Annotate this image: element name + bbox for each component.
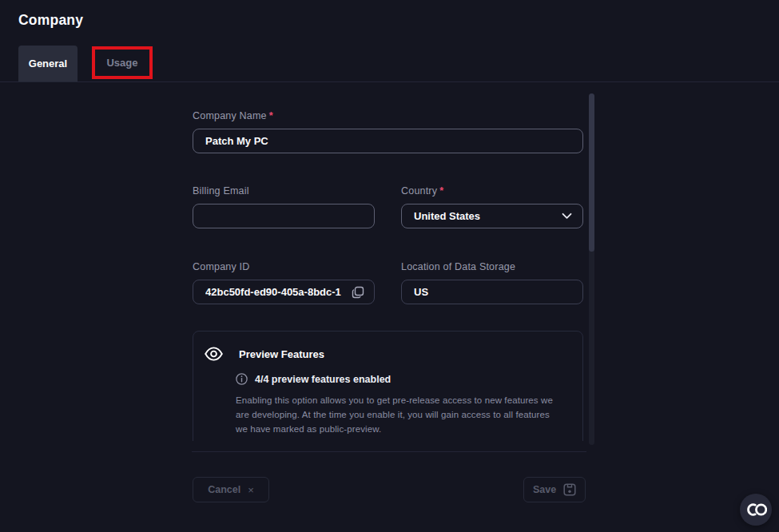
tab-general-label: General	[29, 58, 67, 69]
country-select[interactable]: United States	[401, 204, 583, 228]
company-name-input[interactable]: Patch My PC	[193, 129, 583, 153]
save-button[interactable]: Save	[523, 477, 586, 502]
country-value: United States	[414, 210, 480, 222]
preview-features-status: 4/4 preview features enabled	[255, 374, 391, 385]
data-storage-value: US	[414, 286, 428, 298]
country-label: Country*	[401, 185, 583, 197]
required-asterisk: *	[439, 185, 443, 197]
company-settings-form: Company Name* Patch My PC Billing Email …	[193, 94, 583, 441]
save-button-label: Save	[533, 484, 556, 495]
cancel-button-label: Cancel	[208, 484, 240, 495]
company-id-label: Company ID	[193, 261, 375, 272]
data-storage-label: Location of Data Storage	[401, 261, 583, 272]
info-icon	[236, 373, 248, 385]
tab-general[interactable]: General	[18, 46, 78, 81]
chat-widget-button[interactable]	[740, 494, 772, 526]
tab-usage[interactable]: Usage	[92, 46, 153, 79]
page-title: Company	[18, 12, 83, 29]
tab-usage-label: Usage	[106, 57, 137, 69]
cancel-button[interactable]: Cancel ×	[193, 477, 269, 502]
preview-features-description: Enabling this option allows you to get p…	[236, 394, 557, 437]
co-logo-icon	[745, 502, 767, 517]
copy-icon[interactable]	[352, 286, 364, 299]
save-floppy-icon	[563, 483, 576, 496]
tab-bar: General Usage	[18, 46, 153, 81]
company-name-value: Patch My PC	[205, 135, 268, 147]
chevron-down-icon	[562, 212, 572, 220]
preview-features-card: Preview Features 4/4 preview features en…	[193, 331, 583, 441]
data-storage-input: US	[401, 280, 583, 304]
footer-divider	[192, 451, 586, 452]
scrollbar-thumb[interactable]	[589, 93, 594, 252]
required-asterisk: *	[269, 110, 273, 121]
company-id-value: 42bc50fd-ed90-405a-8bdc-1	[205, 286, 348, 298]
cancel-x-icon: ×	[248, 484, 254, 496]
preview-features-title: Preview Features	[239, 348, 324, 360]
scrollbar[interactable]	[589, 93, 594, 445]
eye-icon	[204, 345, 224, 363]
company-id-input: 42bc50fd-ed90-405a-8bdc-1	[193, 280, 375, 304]
billing-email-label: Billing Email	[193, 185, 375, 197]
company-name-label: Company Name*	[193, 110, 583, 121]
tabs-divider	[0, 81, 779, 82]
billing-email-input[interactable]	[193, 204, 375, 228]
